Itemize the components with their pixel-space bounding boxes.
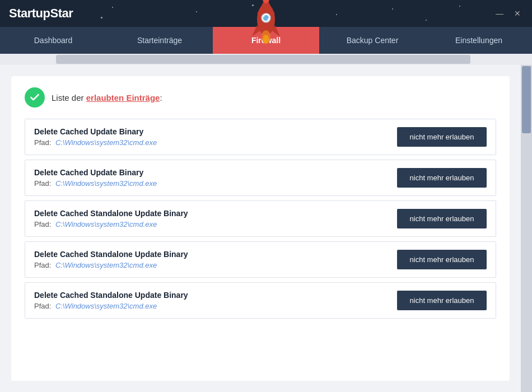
entry-name: Delete Cached Update Binary [34,168,157,177]
table-row: Delete Cached Standalone Update Binary P… [25,282,496,319]
entry-path: Pfad: C:\Windows\system32\cmd.exe [34,138,157,147]
content-card: Liste der erlaubten Einträge: Delete Cac… [11,76,510,381]
app-logo: StartupStar [9,6,73,21]
entry-info: Delete Cached Standalone Update Binary P… [34,209,188,228]
tab-einstellungen[interactable]: Einstellungen [426,27,532,54]
list-header: Liste der erlaubten Einträge: [25,87,496,108]
entry-name: Delete Cached Update Binary [34,127,157,136]
vertical-scrollbar[interactable] [521,65,532,392]
minimize-button[interactable]: — [494,8,505,19]
table-row: Delete Cached Standalone Update Binary P… [25,241,496,278]
entry-path: Pfad: C:\Windows\system32\cmd.exe [34,220,188,228]
entry-name: Delete Cached Standalone Update Binary [34,250,188,259]
app-title: StartupStar [9,6,73,21]
entry-info: Delete Cached Update Binary Pfad: C:\Win… [34,168,157,188]
rocket-decoration [246,0,286,47]
entry-info: Delete Cached Update Binary Pfad: C:\Win… [34,127,157,147]
deny-button[interactable]: nicht mehr erlauben [397,127,487,147]
entry-info: Delete Cached Standalone Update Binary P… [34,250,188,269]
table-row: Delete Cached Standalone Update Binary P… [25,200,496,237]
svg-point-8 [263,35,269,44]
entry-name: Delete Cached Standalone Update Binary [34,209,188,218]
table-row: Delete Cached Update Binary Pfad: C:\Win… [25,119,496,155]
entry-info: Delete Cached Standalone Update Binary P… [34,291,188,310]
entry-name: Delete Cached Standalone Update Binary [34,291,188,300]
tab-dashboard[interactable]: Dashboard [0,27,106,54]
tab-backup-center[interactable]: Backup Center [319,27,426,54]
entry-path: Pfad: C:\Windows\system32\cmd.exe [34,302,188,310]
entries-list: Delete Cached Update Binary Pfad: C:\Win… [25,119,496,323]
deny-button[interactable]: nicht mehr erlauben [397,291,487,310]
check-icon [25,87,45,108]
content-area: Liste der erlaubten Einträge: Delete Cac… [0,65,521,392]
scroll-thumb-h[interactable] [56,55,470,64]
list-header-text: Liste der erlaubten Einträge: [52,93,162,102]
main-wrapper: Liste der erlaubten Einträge: Delete Cac… [0,65,532,392]
title-bar: StartupStar — ✕ [0,0,532,27]
tab-starteintraege[interactable]: Starteinträge [106,27,213,54]
deny-button[interactable]: nicht mehr erlauben [397,250,487,269]
deny-button[interactable]: nicht mehr erlauben [397,168,487,188]
table-row: Delete Cached Update Binary Pfad: C:\Win… [25,160,496,196]
scroll-track-h [0,54,532,65]
entry-path: Pfad: C:\Windows\system32\cmd.exe [34,261,188,269]
window-controls: — ✕ [494,8,523,19]
deny-button[interactable]: nicht mehr erlauben [397,209,487,228]
scroll-thumb-v[interactable] [522,66,531,133]
entry-path: Pfad: C:\Windows\system32\cmd.exe [34,179,157,188]
close-button[interactable]: ✕ [512,8,523,19]
horizontal-scrollbar[interactable] [0,54,532,65]
